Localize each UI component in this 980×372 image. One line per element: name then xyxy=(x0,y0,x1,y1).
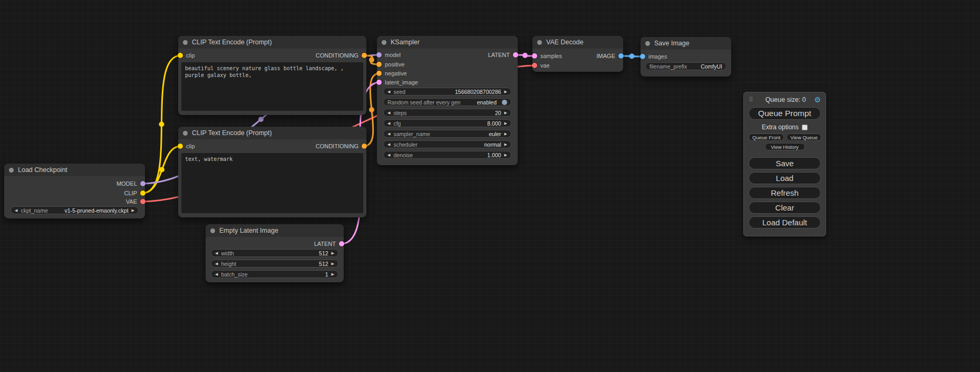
widget-label: denoise xyxy=(393,152,413,158)
node-title: VAE Decode xyxy=(546,39,584,46)
view-history-button[interactable]: View History xyxy=(765,143,805,150)
clear-button[interactable]: Clear xyxy=(749,202,821,214)
width-widget[interactable]: ◀ width 512 ▶ xyxy=(211,249,338,257)
node-clip-text-encode-negative[interactable]: CLIP Text Encode (Prompt) clip CONDITION… xyxy=(178,127,366,217)
denoise-widget[interactable]: ◀ denoise 1.000 ▶ xyxy=(383,151,511,159)
node-title-bar[interactable]: Load Checkpoint xyxy=(4,164,145,176)
ckpt-name-widget[interactable]: ◀ ckpt_name v1-5-pruned-emaonly.ckpt ▶ xyxy=(11,206,139,214)
widget-value: 1 xyxy=(325,271,328,278)
refresh-button[interactable]: Refresh xyxy=(749,187,821,199)
model-input-port[interactable] xyxy=(376,52,382,58)
node-clip-text-encode-positive[interactable]: CLIP Text Encode (Prompt) clip CONDITION… xyxy=(178,36,366,115)
sampler-name-widget[interactable]: ◀ sampler_name euler ▶ xyxy=(383,130,511,138)
increment-arrow-icon[interactable]: ▶ xyxy=(504,153,507,157)
random-seed-toggle-widget[interactable]: Random seed after every gen enabled xyxy=(383,98,511,106)
node-ksampler[interactable]: KSampler model LATENT positive negative … xyxy=(377,36,518,165)
decrement-arrow-icon[interactable]: ◀ xyxy=(387,153,390,157)
decrement-arrow-icon[interactable]: ◀ xyxy=(387,121,390,125)
view-queue-button[interactable]: View Queue xyxy=(787,133,821,141)
decrement-arrow-icon[interactable]: ◀ xyxy=(387,111,390,115)
node-empty-latent-image[interactable]: Empty Latent Image LATENT ◀ width 512 ▶ … xyxy=(206,224,344,282)
conditioning-output-port[interactable] xyxy=(362,144,367,149)
node-save-image[interactable]: Save Image images filename_prefix ComfyU… xyxy=(641,37,731,77)
increment-arrow-icon[interactable]: ▶ xyxy=(504,90,507,93)
model-output-port[interactable] xyxy=(140,181,145,186)
extra-options-row: Extra options xyxy=(749,123,821,131)
node-title-bar[interactable]: VAE Decode xyxy=(532,36,623,49)
increment-arrow-icon[interactable]: ▶ xyxy=(504,111,507,115)
increment-arrow-icon[interactable]: ▶ xyxy=(332,262,334,265)
collapse-dot[interactable] xyxy=(645,41,650,46)
extra-options-checkbox[interactable] xyxy=(802,125,808,130)
node-title-bar[interactable]: KSampler xyxy=(377,36,518,49)
output-label-latent: LATENT xyxy=(314,240,336,247)
link-clip-to-negative-prompt xyxy=(142,146,181,193)
collapse-dot[interactable] xyxy=(183,131,188,136)
decrement-arrow-icon[interactable]: ◀ xyxy=(215,262,218,265)
widget-value: 20 xyxy=(495,110,501,116)
widget-value: normal xyxy=(484,141,501,148)
node-load-checkpoint[interactable]: Load Checkpoint MODEL CLIP VAE ◀ ckpt_na… xyxy=(4,164,145,218)
latent-image-input-port[interactable] xyxy=(376,80,382,85)
increment-arrow-icon[interactable]: ▶ xyxy=(132,208,134,212)
toggle-knob[interactable] xyxy=(502,100,507,105)
increment-arrow-icon[interactable]: ▶ xyxy=(504,121,507,125)
node-title: CLIP Text Encode (Prompt) xyxy=(192,39,272,46)
clip-input-port[interactable] xyxy=(178,144,183,149)
latent-output-port[interactable] xyxy=(513,52,518,58)
conditioning-output-port[interactable] xyxy=(362,53,367,58)
height-widget[interactable]: ◀ height 512 ▶ xyxy=(211,260,338,268)
queue-prompt-button[interactable]: Queue Prompt xyxy=(749,107,821,120)
node-title-bar[interactable]: Save Image xyxy=(641,37,731,50)
decrement-arrow-icon[interactable]: ◀ xyxy=(387,142,390,146)
filename-prefix-widget[interactable]: filename_prefix ComfyUI xyxy=(645,62,726,70)
decrement-arrow-icon[interactable]: ◀ xyxy=(387,90,390,93)
node-title-bar[interactable]: Empty Latent Image xyxy=(206,224,344,237)
load-button[interactable]: Load xyxy=(749,172,821,184)
clip-input-port[interactable] xyxy=(178,53,183,58)
positive-prompt-textarea[interactable]: beautiful scenery nature glass bottle la… xyxy=(181,62,363,111)
cfg-widget[interactable]: ◀ cfg 8.000 ▶ xyxy=(383,119,511,127)
input-label-positive: positive xyxy=(385,61,404,68)
vae-output-port[interactable] xyxy=(140,199,145,204)
seed-widget[interactable]: ◀ seed 156680208700286 ▶ xyxy=(383,88,511,96)
decrement-arrow-icon[interactable]: ◀ xyxy=(15,208,17,212)
collapse-dot[interactable] xyxy=(210,228,215,233)
output-label-clip: CLIP xyxy=(124,189,137,197)
increment-arrow-icon[interactable]: ▶ xyxy=(504,132,507,136)
batch-size-widget[interactable]: ◀ batch_size 1 ▶ xyxy=(211,270,338,278)
latent-output-port[interactable] xyxy=(339,241,344,246)
positive-input-port[interactable] xyxy=(376,62,382,67)
increment-arrow-icon[interactable]: ▶ xyxy=(504,142,507,146)
decrement-arrow-icon[interactable]: ◀ xyxy=(215,251,218,255)
node-vae-decode[interactable]: VAE Decode samples IMAGE vae xyxy=(532,36,623,72)
scheduler-widget[interactable]: ◀ scheduler normal ▶ xyxy=(383,140,511,148)
queue-front-button[interactable]: Queue Front xyxy=(749,133,784,141)
collapse-dot[interactable] xyxy=(382,40,386,45)
images-input-port[interactable] xyxy=(640,54,645,59)
node-title-bar[interactable]: CLIP Text Encode (Prompt) xyxy=(178,36,366,49)
negative-input-port[interactable] xyxy=(376,71,382,76)
collapse-dot[interactable] xyxy=(183,40,188,45)
image-output-port[interactable] xyxy=(618,53,624,59)
steps-widget[interactable]: ◀ steps 20 ▶ xyxy=(383,109,511,117)
node-title-bar[interactable]: CLIP Text Encode (Prompt) xyxy=(178,127,366,139)
load-default-button[interactable]: Load Default xyxy=(749,216,821,228)
output-label-vae: VAE xyxy=(126,198,137,205)
increment-arrow-icon[interactable]: ▶ xyxy=(332,272,334,276)
collapse-dot[interactable] xyxy=(537,40,542,45)
negative-prompt-textarea[interactable]: text, watermark xyxy=(181,153,363,213)
widget-label: width xyxy=(221,250,234,256)
increment-arrow-icon[interactable]: ▶ xyxy=(332,251,334,255)
link-midpoint-dot xyxy=(159,167,164,173)
decrement-arrow-icon[interactable]: ◀ xyxy=(387,132,390,136)
save-button[interactable]: Save xyxy=(749,157,821,169)
decrement-arrow-icon[interactable]: ◀ xyxy=(215,272,218,276)
drag-handle-icon[interactable]: ⠿ xyxy=(749,96,757,103)
vae-input-port[interactable] xyxy=(532,63,537,68)
output-label-latent: LATENT xyxy=(488,51,510,59)
settings-gear-icon[interactable]: ⚙ xyxy=(814,96,821,103)
samples-input-port[interactable] xyxy=(532,53,537,59)
collapse-dot[interactable] xyxy=(9,168,14,173)
clip-output-port[interactable] xyxy=(140,190,145,196)
